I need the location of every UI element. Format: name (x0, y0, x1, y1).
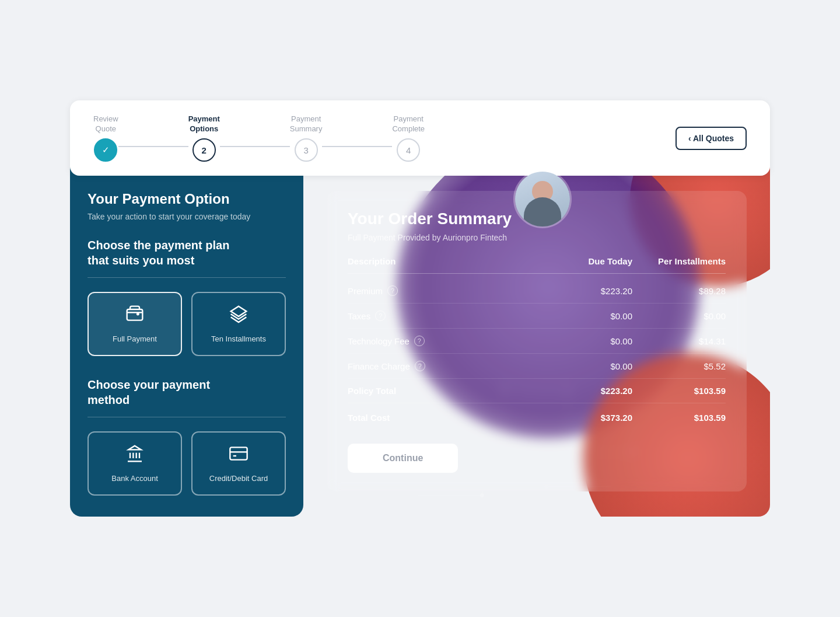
ten-installments-label: Ten Installments (211, 334, 266, 343)
row-desc-total-cost: Total Cost (348, 413, 539, 423)
payment-methods-grid: Bank Account Credit/Debit Card (88, 431, 286, 496)
table-header: Description Due Today Per Installments (348, 256, 726, 274)
row-due-taxes: $0.00 (539, 311, 632, 321)
row-install-tech-fee: $14.31 (632, 336, 726, 346)
step-review-quote: ReviewQuote ✓ (93, 114, 118, 162)
info-icon-finance[interactable]: ? (415, 361, 425, 371)
th-due-today: Due Today (539, 256, 632, 266)
method-divider (88, 417, 286, 417)
row-desc-taxes: Taxes ? (348, 311, 539, 321)
row-desc-finance: Finance Charge ? (348, 361, 539, 371)
step-3-circle: 3 (295, 138, 318, 162)
agent-avatar (513, 170, 572, 228)
panel-subtitle: Take your action to start your coverage … (88, 212, 286, 221)
continue-button[interactable]: Continue (348, 444, 458, 473)
table-row: Premium ? $223.20 $89.28 (348, 278, 726, 304)
svg-rect-34 (230, 448, 247, 460)
step-payment-complete: PaymentComplete 4 (392, 114, 425, 162)
table-row: Technology Fee ? $0.00 $14.31 (348, 329, 726, 354)
step-1-circle: ✓ (94, 138, 117, 162)
step-2-circle: 2 (192, 138, 216, 162)
svg-rect-26 (127, 309, 143, 320)
card-icon (229, 444, 248, 467)
row-due-finance: $0.00 (539, 361, 632, 371)
bank-icon (125, 444, 144, 467)
row-due-policy-total: $223.20 (539, 386, 632, 396)
row-due-total-cost: $373.20 (539, 413, 632, 423)
row-desc-tech-fee: Technology Fee ? (348, 336, 539, 346)
full-payment-option[interactable]: Full Payment (88, 292, 182, 356)
ten-installments-option[interactable]: Ten Installments (191, 292, 286, 356)
info-icon-tech-fee[interactable]: ? (414, 336, 425, 346)
step-4-circle: 4 (397, 138, 420, 162)
step-payment-options: PaymentOptions 2 (188, 114, 220, 162)
row-install-finance: $5.52 (632, 361, 726, 371)
step-line-3 (322, 146, 392, 147)
step-line-2 (220, 146, 290, 147)
panel-title: Your Payment Option (88, 191, 286, 207)
row-due-premium: $223.20 (539, 286, 632, 296)
step-3-label: PaymentSummary (290, 114, 323, 134)
table-row: Taxes ? $0.00 $0.00 (348, 304, 726, 329)
credit-card-label: Credit/Debit Card (209, 474, 268, 483)
step-line-1 (118, 146, 188, 147)
avatar-person (515, 172, 570, 226)
step-1-label: ReviewQuote (93, 114, 118, 134)
info-icon-premium[interactable]: ? (387, 285, 398, 296)
row-install-policy-total: $103.59 (632, 386, 726, 396)
th-per-installments: Per Installments (632, 256, 726, 266)
step-2-label: PaymentOptions (188, 114, 220, 134)
plan-divider (88, 277, 286, 278)
stepper-steps: ReviewQuote ✓ PaymentOptions 2 PaymentSu… (93, 114, 676, 162)
bank-account-method[interactable]: Bank Account (88, 431, 182, 496)
plan-section-heading: Choose the payment plan that suits you m… (88, 238, 286, 268)
order-provider: Full Payment Provided by Aurionpro Finte… (348, 233, 726, 242)
table-row-total: Total Cost $373.20 $103.59 (348, 403, 726, 430)
layers-icon (229, 305, 248, 327)
row-desc-policy-total: Policy Total (348, 386, 539, 396)
all-quotes-button[interactable]: ‹ All Quotes (676, 127, 747, 150)
row-install-total-cost: $103.59 (632, 413, 726, 423)
page-wrapper: ReviewQuote ✓ PaymentOptions 2 PaymentSu… (70, 100, 770, 517)
left-panel: Your Payment Option Take your action to … (70, 158, 303, 517)
svg-marker-33 (128, 446, 141, 450)
table-row: Policy Total $223.20 $103.59 (348, 379, 726, 403)
method-section-heading: Choose your payment method (88, 377, 286, 407)
step-4-label: PaymentComplete (392, 114, 425, 134)
avatar-body (524, 197, 561, 226)
bank-account-label: Bank Account (111, 474, 158, 483)
table-row: Finance Charge ? $0.00 $5.52 (348, 354, 726, 379)
main-content: Your Payment Option Take your action to … (70, 158, 770, 517)
th-description: Description (348, 256, 539, 266)
row-due-tech-fee: $0.00 (539, 336, 632, 346)
order-summary-card: Your Order Summary Full Payment Provided… (327, 191, 747, 491)
row-install-premium: $89.28 (632, 286, 726, 296)
stepper: ReviewQuote ✓ PaymentOptions 2 PaymentSu… (70, 100, 770, 176)
row-install-taxes: $0.00 (632, 311, 726, 321)
full-payment-label: Full Payment (113, 334, 157, 343)
payment-options-grid: Full Payment Ten Installments (88, 292, 286, 356)
row-desc-premium: Premium ? (348, 285, 539, 296)
step-payment-summary: PaymentSummary 3 (290, 114, 323, 162)
credit-card-method[interactable]: Credit/Debit Card (191, 431, 286, 496)
wallet-icon (125, 305, 144, 327)
info-icon-taxes[interactable]: ? (375, 311, 386, 321)
